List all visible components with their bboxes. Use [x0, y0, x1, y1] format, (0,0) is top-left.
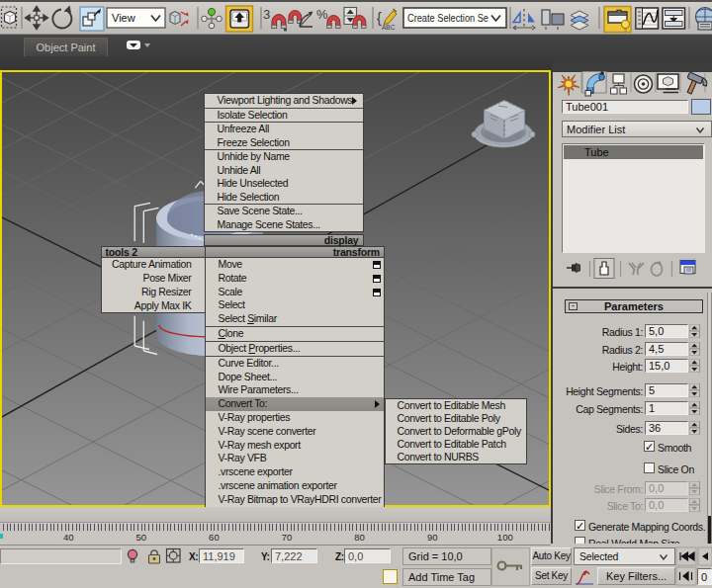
svg-text:3: 3	[263, 7, 270, 22]
svg-text:%: %	[316, 7, 328, 22]
svg-text:50: 50	[136, 532, 147, 543]
svg-text:80: 80	[354, 532, 365, 543]
svg-text:Create Selection Se: Create Selection Se	[407, 12, 489, 24]
svg-text:60: 60	[209, 532, 220, 543]
svg-text:40: 40	[63, 532, 74, 543]
svg-text:90: 90	[427, 532, 438, 543]
svg-text:View: View	[112, 12, 135, 24]
svg-text:ABC: ABC	[382, 24, 396, 31]
svg-text:70: 70	[282, 532, 293, 543]
svg-text:100: 100	[497, 532, 513, 543]
